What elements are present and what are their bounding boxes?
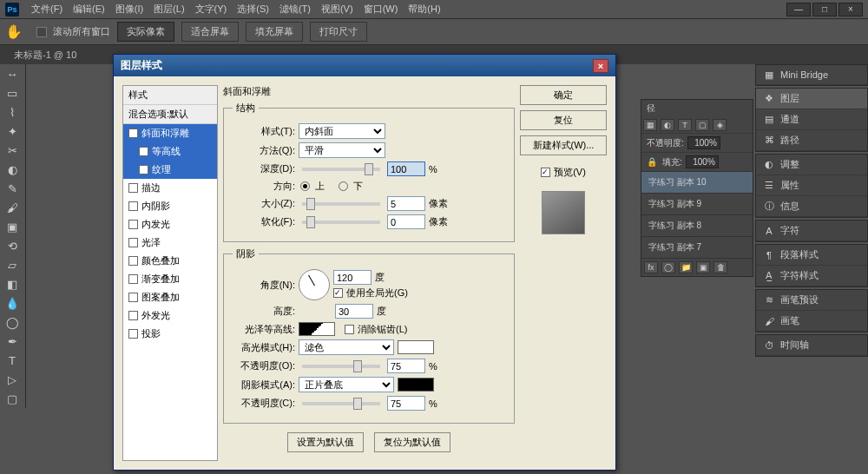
brush-presets-panel-tab[interactable]: ≋画笔预设 — [756, 290, 867, 311]
close-button[interactable]: × — [838, 3, 863, 16]
altitude-input[interactable] — [335, 304, 373, 319]
checkbox-icon[interactable] — [128, 128, 138, 138]
timeline-panel-tab[interactable]: ⏱时间轴 — [756, 335, 867, 356]
move-tool[interactable]: ↔ — [0, 64, 24, 83]
style-bevel-emboss[interactable]: 斜面和浮雕 — [123, 124, 217, 142]
layer-item[interactable]: 字练习 副本 7 — [641, 236, 753, 258]
filter-smart-icon[interactable]: ◈ — [713, 119, 727, 131]
char-styles-panel-tab[interactable]: A̲字符样式 — [756, 266, 867, 286]
style-outer-glow[interactable]: 外发光 — [123, 306, 217, 325]
brushes-panel-tab[interactable]: 🖌画笔 — [756, 311, 867, 332]
history-brush-tool[interactable]: ⟲ — [0, 236, 24, 255]
style-satin[interactable]: 光泽 — [123, 234, 217, 252]
style-pattern-overlay[interactable]: 图案叠加 — [123, 288, 217, 306]
checkbox-icon[interactable] — [128, 220, 138, 229]
character-panel-tab[interactable]: A字符 — [756, 221, 867, 241]
delete-icon[interactable]: 🗑 — [713, 261, 727, 273]
menu-window[interactable]: 窗口(W) — [358, 3, 404, 16]
type-tool[interactable]: T — [0, 351, 24, 370]
checkbox-icon[interactable] — [128, 329, 138, 339]
print-size-button[interactable]: 打印尺寸 — [310, 22, 367, 42]
menu-edit[interactable]: 编辑(E) — [68, 3, 110, 16]
filter-text-icon[interactable]: T — [678, 119, 692, 131]
brush-tool[interactable]: 🖌 — [0, 198, 24, 217]
lock-icons[interactable]: 🔒 — [647, 157, 657, 167]
ok-button[interactable]: 确定 — [520, 85, 607, 105]
layer-item[interactable]: 字练习 副本 8 — [641, 214, 753, 236]
style-texture[interactable]: 纹理 — [123, 161, 217, 179]
soften-slider[interactable] — [302, 221, 380, 224]
reset-default-button[interactable]: 复位为默认值 — [374, 432, 450, 452]
marquee-tool[interactable]: ▭ — [0, 83, 24, 102]
dodge-tool[interactable]: ◯ — [0, 313, 24, 332]
size-input[interactable] — [387, 196, 425, 211]
menu-image[interactable]: 图像(I) — [110, 3, 148, 16]
checkbox-icon[interactable] — [128, 183, 138, 193]
antialias-checkbox[interactable] — [345, 325, 354, 334]
angle-input[interactable] — [333, 270, 372, 285]
highlight-color-swatch[interactable] — [398, 340, 434, 354]
global-light-checkbox[interactable]: ✓ — [333, 288, 343, 298]
rectangle-tool[interactable]: ▢ — [0, 389, 24, 408]
eyedropper-tool[interactable]: ◐ — [0, 160, 24, 179]
new-layer-icon[interactable]: ▣ — [696, 261, 710, 273]
crop-tool[interactable]: ✂ — [0, 141, 24, 160]
style-inner-shadow[interactable]: 内阴影 — [123, 197, 217, 215]
direction-down-radio[interactable] — [339, 181, 348, 191]
healing-tool[interactable]: ✎ — [0, 179, 24, 198]
menu-file[interactable]: 文件(F) — [26, 3, 68, 16]
shadow-mode-select[interactable]: 正片叠底 — [299, 377, 394, 392]
highlight-opacity-input[interactable] — [387, 359, 425, 373]
cancel-button[interactable]: 复位 — [520, 110, 607, 130]
mask-icon[interactable]: ◯ — [661, 261, 675, 273]
soften-input[interactable] — [387, 214, 425, 229]
opacity-field[interactable]: 100% — [687, 136, 720, 149]
fx-icon[interactable]: fx — [644, 261, 658, 273]
checkbox-icon[interactable] — [128, 201, 138, 211]
depth-slider[interactable] — [302, 168, 380, 171]
blur-tool[interactable]: 💧 — [0, 293, 24, 313]
menu-select[interactable]: 选择(S) — [232, 3, 274, 16]
checkbox-icon[interactable] — [139, 147, 148, 156]
minimize-button[interactable]: — — [786, 3, 811, 16]
layer-item[interactable]: 字练习 副本 9 — [641, 193, 753, 214]
checkbox-icon[interactable] — [128, 293, 138, 302]
checkbox-icon[interactable] — [128, 274, 138, 284]
style-drop-shadow[interactable]: 投影 — [123, 325, 217, 343]
shadow-opacity-input[interactable] — [387, 396, 425, 411]
direction-up-radio[interactable] — [300, 181, 310, 191]
menu-help[interactable]: 帮助(H) — [403, 3, 445, 16]
angle-dial[interactable] — [299, 269, 330, 300]
style-select[interactable]: 内斜面 — [299, 123, 385, 139]
style-color-overlay[interactable]: 颜色叠加 — [123, 252, 217, 270]
style-contour[interactable]: 等高线 — [123, 142, 217, 161]
fit-screen-button[interactable]: 适合屏幕 — [181, 22, 239, 42]
stamp-tool[interactable]: ▣ — [0, 217, 24, 236]
style-inner-glow[interactable]: 内发光 — [123, 215, 217, 234]
filter-image-icon[interactable]: ▦ — [643, 119, 657, 131]
highlight-mode-select[interactable]: 滤色 — [299, 339, 394, 355]
checkbox-icon[interactable] — [139, 165, 148, 174]
shadow-color-swatch[interactable] — [398, 378, 434, 392]
depth-input[interactable] — [387, 161, 425, 176]
actual-pixels-button[interactable]: 实际像素 — [117, 22, 174, 42]
document-tab[interactable]: 未标题-1 @ 10 — [14, 49, 76, 62]
eraser-tool[interactable]: ▱ — [0, 255, 24, 274]
new-style-button[interactable]: 新建样式(W)... — [520, 135, 607, 155]
filter-adj-icon[interactable]: ◐ — [661, 119, 674, 131]
menu-view[interactable]: 视图(V) — [316, 3, 358, 16]
mini-bridge-panel[interactable]: ▦Mini Bridge — [756, 65, 867, 85]
channels-panel-tab[interactable]: ▤通道 — [756, 109, 867, 130]
layer-item[interactable]: 字练习 副本 10 — [641, 171, 753, 193]
maximize-button[interactable]: □ — [812, 3, 837, 16]
checkbox-icon[interactable] — [128, 311, 138, 320]
method-select[interactable]: 平滑 — [299, 142, 385, 158]
highlight-opacity-slider[interactable] — [302, 365, 380, 368]
menu-filter[interactable]: 滤镜(T) — [274, 3, 316, 16]
set-default-button[interactable]: 设置为默认值 — [287, 432, 364, 452]
fill-screen-button[interactable]: 填充屏幕 — [246, 22, 303, 42]
path-select-tool[interactable]: ▷ — [0, 370, 24, 389]
blend-options-row[interactable]: 混合选项:默认 — [123, 105, 217, 124]
adjustments-panel-tab[interactable]: ◐调整 — [756, 155, 867, 175]
new-folder-icon[interactable]: 📁 — [679, 261, 693, 273]
